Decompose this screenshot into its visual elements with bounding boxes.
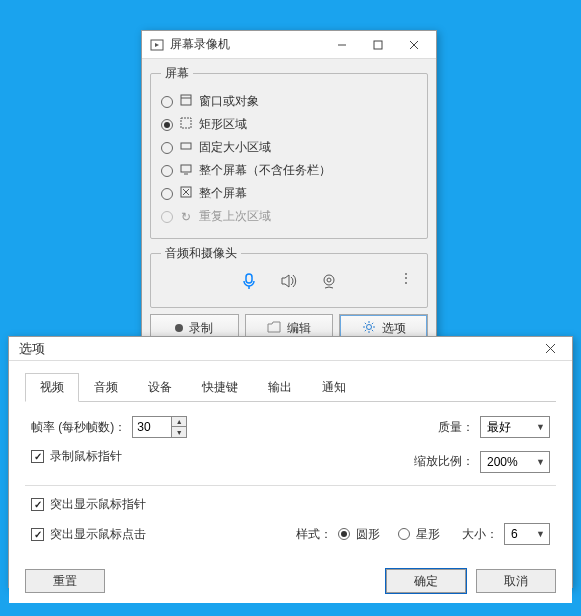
svg-rect-9 (181, 143, 191, 149)
av-group: 音频和摄像头 ⋮ (150, 245, 428, 308)
quality-value: 最好 (487, 419, 536, 436)
speaker-icon[interactable] (280, 272, 298, 293)
record-icon (175, 324, 183, 332)
radio-icon (161, 96, 173, 108)
mode-full-no-taskbar[interactable]: 整个屏幕（不含任务栏） (161, 159, 417, 182)
size-select[interactable]: 6 ▼ (504, 523, 550, 545)
radio-icon (161, 119, 173, 131)
mode-label: 重复上次区域 (199, 208, 271, 225)
screen-group: 屏幕 窗口或对象 矩形区域 固定大小区域 整个屏幕（不含任务栏） (150, 65, 428, 239)
chevron-down-icon: ▼ (536, 529, 545, 539)
checkbox-icon: ✓ (31, 498, 44, 511)
tab-notify[interactable]: 通知 (307, 373, 361, 402)
svg-rect-3 (374, 41, 382, 49)
divider (25, 485, 556, 486)
options-title: 选项 (19, 340, 532, 358)
chevron-down-icon: ▼ (536, 422, 545, 432)
size-value: 6 (511, 527, 536, 541)
tab-shortcut[interactable]: 快捷键 (187, 373, 253, 402)
window-icon (179, 94, 193, 109)
style-star-label: 星形 (416, 526, 440, 543)
tab-audio[interactable]: 音频 (79, 373, 133, 402)
zoom-value: 200% (487, 455, 536, 469)
mode-label: 整个屏幕 (199, 185, 247, 202)
svg-rect-15 (246, 274, 252, 283)
highlight-cursor-label: 突出显示鼠标指针 (50, 496, 146, 513)
mode-fixed[interactable]: 固定大小区域 (161, 136, 417, 159)
zoom-select[interactable]: 200% ▼ (480, 451, 550, 473)
more-icon[interactable]: ⋮ (399, 270, 413, 286)
app-icon (150, 38, 164, 52)
gear-icon (362, 320, 376, 337)
screen-group-legend: 屏幕 (161, 65, 193, 82)
rect-icon (179, 117, 193, 132)
folder-icon (267, 321, 281, 336)
reset-button[interactable]: 重置 (25, 569, 105, 593)
minimize-button[interactable] (324, 31, 360, 59)
mode-label: 固定大小区域 (199, 139, 271, 156)
record-label: 录制 (189, 320, 213, 337)
mode-rect[interactable]: 矩形区域 (161, 113, 417, 136)
microphone-icon[interactable] (240, 272, 258, 293)
highlight-click-checkbox[interactable]: ✓ 突出显示鼠标点击 (31, 526, 146, 543)
edit-label: 编辑 (287, 320, 311, 337)
options-close-button[interactable] (532, 335, 568, 363)
svg-point-18 (324, 275, 334, 285)
zoom-label: 缩放比例： (414, 453, 474, 470)
recorder-titlebar: 屏幕录像机 (142, 31, 436, 59)
mode-window[interactable]: 窗口或对象 (161, 90, 417, 113)
radio-icon (161, 188, 173, 200)
spin-up[interactable]: ▲ (172, 417, 186, 427)
mode-label: 矩形区域 (199, 116, 247, 133)
ok-button[interactable]: 确定 (386, 569, 466, 593)
mode-label: 整个屏幕（不含任务栏） (199, 162, 331, 179)
style-label: 样式： (296, 526, 332, 543)
svg-marker-1 (155, 43, 159, 47)
cancel-button[interactable]: 取消 (476, 569, 556, 593)
record-cursor-checkbox[interactable]: ✓ 录制鼠标指针 (31, 448, 122, 465)
style-circle-radio[interactable] (338, 528, 350, 540)
framerate-spinner[interactable]: ▲▼ (132, 416, 187, 438)
recorder-body: 屏幕 窗口或对象 矩形区域 固定大小区域 整个屏幕（不含任务栏） (142, 59, 436, 350)
radio-icon (161, 142, 173, 154)
record-cursor-label: 录制鼠标指针 (50, 448, 122, 465)
style-star-radio[interactable] (398, 528, 410, 540)
maximize-button[interactable] (360, 31, 396, 59)
recorder-window: 屏幕录像机 屏幕 窗口或对象 矩形区域 固定大小区域 (141, 30, 437, 340)
style-circle-label: 圆形 (356, 526, 380, 543)
framerate-label: 帧率 (每秒帧数)： (31, 419, 126, 436)
spin-down[interactable]: ▼ (172, 427, 186, 437)
highlight-cursor-checkbox[interactable]: ✓ 突出显示鼠标指针 (31, 496, 550, 513)
checkbox-icon: ✓ (31, 450, 44, 463)
options-label: 选项 (382, 320, 406, 337)
radio-icon (161, 165, 173, 177)
size-label: 大小： (462, 526, 498, 543)
checkbox-icon: ✓ (31, 528, 44, 541)
svg-point-20 (366, 324, 371, 329)
tab-output[interactable]: 输出 (253, 373, 307, 402)
tab-video[interactable]: 视频 (25, 373, 79, 402)
chevron-down-icon: ▼ (536, 457, 545, 467)
close-button[interactable] (396, 31, 432, 59)
options-tabs: 视频 音频 设备 快捷键 输出 通知 (25, 373, 556, 402)
webcam-icon[interactable] (320, 272, 338, 293)
mode-label: 窗口或对象 (199, 93, 259, 110)
repeat-icon: ↻ (179, 210, 193, 224)
svg-marker-17 (282, 275, 289, 287)
svg-rect-8 (181, 118, 191, 128)
options-titlebar: 选项 (9, 337, 572, 361)
monitor-icon (179, 163, 193, 178)
options-dialog: 选项 视频 音频 设备 快捷键 输出 通知 帧率 (每秒帧数)： ▲▼ 质量： … (8, 336, 573, 588)
fixed-size-icon (179, 140, 193, 155)
quality-select[interactable]: 最好 ▼ (480, 416, 550, 438)
mode-repeat: ↻ 重复上次区域 (161, 205, 417, 228)
highlight-click-label: 突出显示鼠标点击 (50, 526, 146, 543)
svg-point-19 (327, 278, 331, 282)
framerate-input[interactable] (133, 417, 171, 437)
tab-device[interactable]: 设备 (133, 373, 187, 402)
dialog-buttons: 重置 确定 取消 (25, 569, 556, 593)
svg-rect-10 (181, 165, 191, 172)
recorder-title: 屏幕录像机 (170, 36, 324, 53)
options-body: 视频 音频 设备 快捷键 输出 通知 帧率 (每秒帧数)： ▲▼ 质量： 最好 … (9, 361, 572, 603)
mode-full[interactable]: 整个屏幕 (161, 182, 417, 205)
